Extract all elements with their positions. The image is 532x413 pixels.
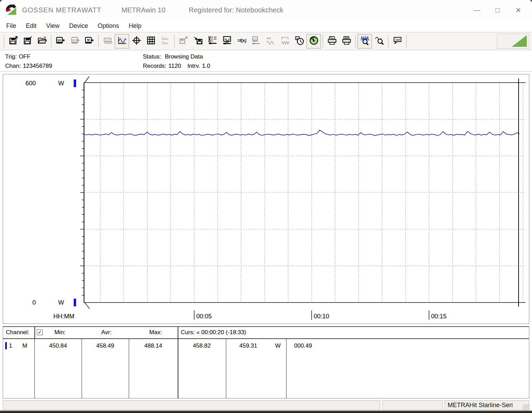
file-save-import-button[interactable] (20, 34, 35, 49)
zoom-out-button[interactable] (372, 34, 386, 49)
status-indicator-panel (497, 34, 529, 49)
channel-number: 1 (9, 342, 12, 349)
records-line: Records:1120 Intrv.1.0 (143, 61, 212, 71)
app-title: METRAwin 10 (122, 6, 165, 14)
print-icon (342, 36, 351, 46)
status-label: Status: (143, 53, 161, 60)
minimize-button[interactable]: — (467, 2, 487, 18)
print-button[interactable] (339, 34, 354, 49)
interval-label: Intrv. (187, 63, 200, 69)
signal-single-button (263, 34, 278, 49)
time-settings-icon: 12 (295, 36, 304, 46)
maximize-button[interactable]: □ (487, 2, 508, 18)
svg-text:00:10: 00:10 (314, 313, 329, 320)
menu-options[interactable]: Options (93, 21, 124, 31)
toolbar-separator (323, 35, 323, 47)
device-read-321-button[interactable]: 321 (53, 34, 67, 49)
signal-single-icon (266, 36, 275, 46)
toolbar-separator (4, 35, 4, 47)
table-divider (34, 327, 35, 338)
device-read-memory-icon: M (85, 36, 94, 46)
cursor2-value: 459.31 (226, 342, 271, 349)
device-gauge-button[interactable] (306, 34, 321, 49)
statusbar-message-panel (3, 400, 380, 410)
gossen-metrawatt-logo-icon (5, 3, 18, 17)
resize-grip[interactable] (523, 404, 529, 410)
svg-text:32M: 32M (72, 39, 77, 42)
file-save-export-icon (9, 36, 18, 46)
import-data-button[interactable] (191, 34, 205, 49)
device-settings-button: 321 (249, 34, 263, 49)
device-settings-icon: 321 (251, 36, 261, 46)
table-divider (178, 327, 178, 338)
menu-view[interactable]: View (41, 21, 64, 31)
channel-list: Chan:123456789 (5, 61, 54, 71)
file-save-export-button[interactable] (6, 34, 20, 49)
view-table-button[interactable] (144, 34, 158, 49)
toolbar: 32132MM1257=f(x)32112123 (0, 32, 532, 50)
device-read-memory-button[interactable]: M (82, 34, 96, 49)
print-preview-button[interactable] (325, 34, 339, 49)
print-preview-icon (327, 36, 337, 46)
annotation-icon: 123 (393, 36, 402, 46)
zoom-out-icon (375, 36, 384, 46)
chan-value: 123456789 (23, 63, 52, 69)
view-waveform-button[interactable] (115, 34, 129, 49)
interval-value: 1.0 (202, 63, 210, 69)
time-settings-button[interactable]: 12 (292, 34, 306, 49)
menu-device[interactable]: Device (64, 21, 93, 31)
title-bar: GOSSEN METRAWATT METRAwin 10 Registered … (0, 0, 532, 20)
extra-value: 000.49 (294, 342, 312, 349)
folder-open-icon (38, 36, 47, 46)
menu-bar: FileEditViewDeviceOptionsHelp (0, 20, 532, 32)
channel-stats-table: Channel: ✓ Min: Avr: Max: Curs: « 00:00:… (3, 326, 529, 399)
channel-settings-button[interactable] (205, 34, 220, 49)
svg-text:W: W (58, 299, 64, 306)
table-divider (286, 339, 286, 398)
statusbar-secondary-panel (382, 400, 443, 410)
maximize-icon: □ (496, 6, 500, 14)
svg-text:HH:MM: HH:MM (53, 313, 74, 320)
device-send-32m-icon: 32M (70, 36, 80, 46)
annotation-button[interactable]: 123 (390, 34, 405, 49)
signal-multi-icon (280, 36, 290, 46)
folder-open-button[interactable] (35, 34, 49, 49)
menu-edit[interactable]: Edit (21, 21, 41, 31)
export-data-button (176, 34, 191, 49)
stat-min-value: 450.84 (34, 342, 82, 349)
status-line: Status: Browsing Data (143, 52, 212, 61)
header-max: Max: (140, 329, 171, 336)
connected-device-name: METRAHit Starline-Seri (448, 402, 513, 409)
zoom-waveform-button[interactable] (357, 34, 372, 49)
channel-visible-checkbox[interactable]: ✓ (37, 329, 43, 335)
menu-file[interactable]: File (1, 21, 21, 31)
trig-label: Trig: (5, 53, 17, 60)
monitor-settings-icon (222, 36, 232, 46)
device-read-321-icon: 321 (56, 36, 65, 46)
close-button[interactable]: × (508, 2, 529, 18)
formula-fx-icon: =f(x) (237, 36, 246, 46)
chart-canvas[interactable]: 600W0WHH:MM00:0500:1000:15 (3, 74, 528, 323)
file-save-import-icon (23, 36, 32, 46)
toolbar-separator (51, 35, 51, 47)
view-histogram-icon (161, 36, 170, 46)
metrawin-window: GOSSEN METRAWATT METRAwin 10 Registered … (0, 0, 532, 411)
stat-avr-value: 458.49 (82, 342, 129, 349)
status-bar: METRAHit Starline-Seri (3, 400, 529, 411)
header-min: Min: (44, 329, 75, 336)
status-value: Browsing Data (165, 53, 203, 60)
menu-help[interactable]: Help (124, 21, 146, 31)
view-histogram-button (158, 34, 173, 49)
monitor-settings-button[interactable] (220, 34, 234, 49)
brand-title: GOSSEN METRAWATT (22, 6, 102, 14)
svg-text:W: W (58, 80, 64, 87)
header-cursor-info: Curs: « 00:00:20 (-18:33) (181, 329, 246, 336)
export-data-icon (179, 36, 188, 46)
formula-fx-button[interactable]: =f(x) (234, 34, 249, 49)
value-unit: W (275, 342, 281, 349)
device-send-32m-button: 32M (67, 34, 82, 49)
svg-text:=f(x): =f(x) (237, 38, 246, 43)
svg-text:00:05: 00:05 (196, 313, 212, 320)
view-crosshair-button[interactable] (129, 34, 144, 49)
window-controls: —□× (467, 2, 529, 18)
